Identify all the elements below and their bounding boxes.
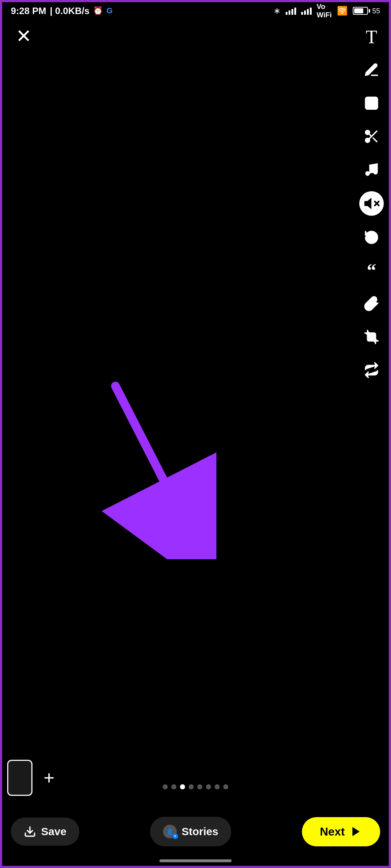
media-thumbnail[interactable] [7, 760, 32, 796]
repost-tool-button[interactable] [360, 359, 383, 382]
battery: 55 [353, 7, 380, 15]
dot-8 [223, 784, 228, 789]
sticker-icon [364, 95, 379, 111]
stories-label: Stories [182, 825, 219, 838]
bottom-left-panel: + [7, 760, 60, 796]
wifi-icon: 🛜 [337, 6, 348, 16]
signal-bars-2 [301, 7, 312, 15]
network-speed: | 0.0KB/s [50, 5, 89, 17]
dot-4 [189, 784, 194, 789]
battery-tip [369, 9, 370, 13]
effect-icon [364, 229, 379, 245]
signal-bars-1 [286, 7, 296, 15]
dot-1 [163, 784, 168, 789]
mute-tool-button[interactable] [359, 191, 384, 216]
stories-button[interactable]: 👤 + Stories [150, 817, 232, 846]
music-icon [364, 162, 379, 177]
repost-icon [364, 362, 379, 378]
g-icon: G [106, 6, 113, 16]
right-toolbar: T [359, 25, 384, 382]
scissors-tool-button[interactable] [360, 125, 383, 148]
crop-icon [364, 329, 379, 345]
quote-icon: “ [367, 261, 376, 280]
music-tool-button[interactable] [360, 158, 383, 181]
status-right: ∗ VoWiFi 🛜 55 [273, 3, 380, 19]
time-display: 9:28 PM [11, 5, 46, 17]
status-bar: 9:28 PM | 0.0KB/s ⏰ G ∗ VoWiFi 🛜 [0, 0, 391, 22]
link-tool-button[interactable] [360, 292, 383, 315]
home-indicator [159, 859, 232, 862]
dot-3 [180, 784, 185, 789]
text-tool-button[interactable]: T [360, 25, 383, 48]
add-media-button[interactable]: + [38, 767, 60, 789]
svg-line-4 [373, 138, 377, 142]
svg-point-6 [366, 172, 370, 176]
battery-level: 55 [372, 7, 380, 15]
draw-tool-button[interactable] [360, 58, 383, 82]
save-label: Save [41, 825, 66, 838]
text-icon: T [366, 26, 377, 48]
canvas-area [0, 0, 391, 868]
dots-pagination [163, 784, 228, 789]
scissors-icon [364, 128, 379, 144]
bluetooth-icon: ∗ [273, 6, 281, 16]
crop-tool-button[interactable] [360, 325, 383, 348]
next-label: Next [320, 825, 345, 838]
mute-icon [364, 196, 379, 211]
battery-fill [354, 8, 364, 13]
next-button[interactable]: Next [302, 817, 380, 846]
svg-point-7 [374, 170, 378, 174]
battery-body [353, 7, 368, 15]
svg-marker-14 [352, 827, 360, 836]
svg-marker-8 [365, 199, 371, 208]
sticker-tool-button[interactable] [360, 92, 383, 115]
dot-7 [215, 784, 220, 789]
link-icon [364, 296, 379, 312]
dot-5 [197, 784, 202, 789]
dot-6 [206, 784, 211, 789]
close-icon: ✕ [16, 27, 32, 45]
close-button[interactable]: ✕ [13, 25, 35, 47]
draw-icon [364, 62, 379, 78]
vowifi-icon: VoWiFi [317, 3, 332, 19]
bottom-bar: Save 👤 + Stories Next [0, 817, 391, 846]
alarm-icon: ⏰ [93, 6, 103, 16]
next-arrow-icon [350, 825, 362, 838]
plus-icon: + [44, 768, 54, 787]
stories-avatar-icon: 👤 + [163, 825, 177, 838]
save-icon [24, 825, 36, 838]
effect-tool-button[interactable] [360, 226, 383, 249]
dot-2 [171, 784, 176, 789]
svg-line-5 [369, 134, 372, 136]
quote-tool-button[interactable]: “ [360, 259, 383, 282]
save-button[interactable]: Save [11, 817, 79, 846]
status-left: 9:28 PM | 0.0KB/s ⏰ G [11, 5, 113, 17]
